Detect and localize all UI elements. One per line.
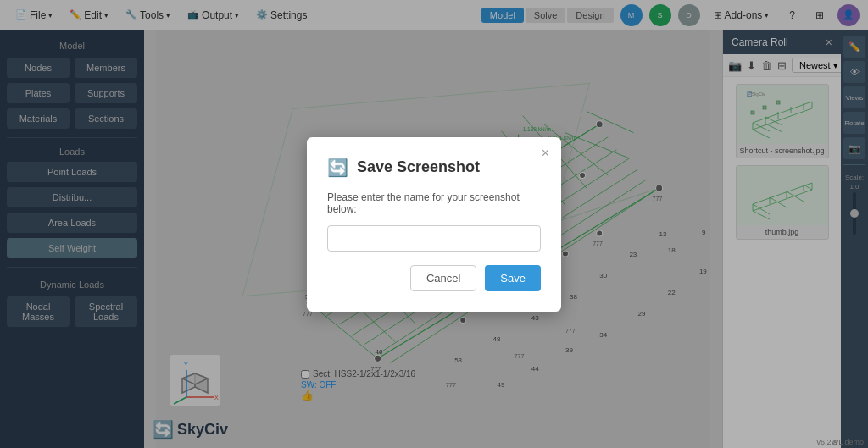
modal-close-btn[interactable]: × [542,146,549,161]
modal-title-text: Save Screenshot [357,158,480,176]
save-button[interactable]: Save [485,265,541,291]
modal-buttons: Cancel Save [327,265,541,291]
cancel-button[interactable]: Cancel [410,265,476,291]
modal-description: Please enter the name for your screensho… [327,191,541,215]
modal-title: 🔄 Save Screenshot [327,158,541,178]
save-screenshot-modal: × 🔄 Save Screenshot Please enter the nam… [307,137,561,312]
screenshot-name-input[interactable] [327,225,541,252]
modal-title-icon: 🔄 [327,158,348,178]
modal-overlay: × 🔄 Save Screenshot Please enter the nam… [0,0,868,448]
